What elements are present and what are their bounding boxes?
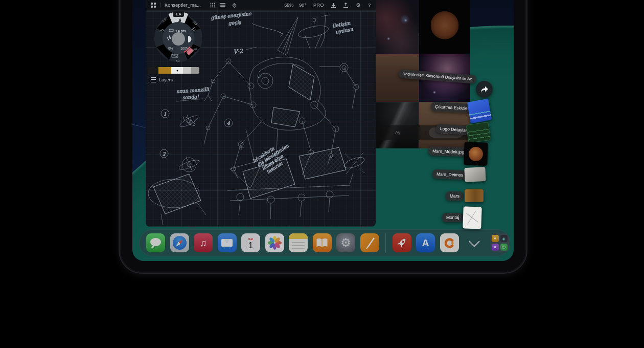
drag-label-mars-model[interactable]: Mars_Modeli.jpg — [428, 146, 469, 157]
drag-thumb-montaj-sketch[interactable] — [463, 206, 481, 229]
drag-label-mars-deimos[interactable]: Mars_Deimos — [432, 169, 468, 180]
drag-thumb-deimos[interactable] — [464, 167, 486, 182]
drag-label-montaj[interactable]: Montaj — [442, 213, 464, 222]
drag-thumb-sticker[interactable] — [467, 99, 492, 124]
stage: güneş enerjisine geçiş iletişim uydusu V… — [0, 0, 644, 348]
banner-open-downloads[interactable]: “İndirilenler” Klasörünü Dosyalar ile Aç — [399, 69, 476, 84]
drag-thumb-mars-strip[interactable] — [465, 189, 484, 202]
drag-layer: “İndirilenler” Klasörünü Dosyalar ile Aç… — [132, 0, 514, 261]
share-arrow-icon — [480, 85, 489, 93]
drag-thumb-logo-board[interactable] — [466, 122, 491, 143]
share-button[interactable] — [476, 81, 493, 98]
ipad-screen: güneş enerjisine geçiş iletişim uydusu V… — [132, 0, 514, 261]
drag-label-mars[interactable]: Mars — [446, 191, 464, 201]
drag-thumb-mars-model[interactable] — [464, 142, 488, 166]
